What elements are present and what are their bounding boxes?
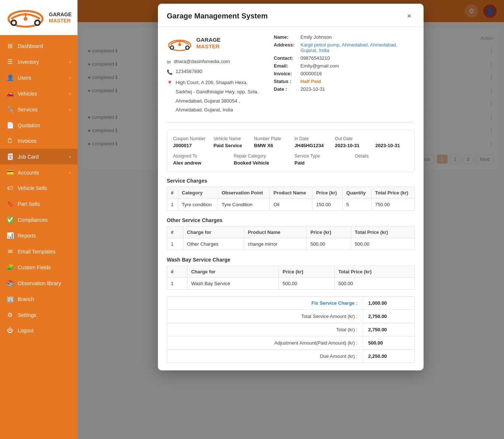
company-phone: 1234567890 — [176, 67, 202, 76]
other-charges-table: # Charge for Product Name Price (kr) Tot… — [167, 226, 415, 250]
other-charges-title: Other Service Charges — [167, 217, 415, 223]
summary-table: Fix Service Charge : 1,000.00 Total Serv… — [167, 296, 415, 363]
modal-body: GARAGE MASTER ✉ dhara@dasinfomedia.com 📞 — [158, 27, 424, 370]
services-icon: 🔧 — [7, 106, 13, 113]
total-row: Total (kr) : 2,750.00 — [167, 323, 415, 336]
sidebar-item-quotation[interactable]: 📄 Quotation — [0, 117, 77, 133]
sidebar-item-dashboard[interactable]: ⊞ Dashboard — [0, 38, 77, 54]
svg-point-9 — [171, 46, 173, 49]
modal-close-button[interactable]: × — [404, 10, 415, 21]
sidebar-item-label: Custom Fields — [18, 265, 51, 270]
sidebar-item-settings[interactable]: ⚙ Settings — [0, 307, 77, 323]
coupon-col: Coupon Number J000017 — [173, 136, 206, 148]
phone-icon: 📞 — [167, 68, 173, 77]
status-value: Half Paid — [300, 79, 415, 84]
sidebar-item-label: Settings — [18, 312, 37, 318]
other-charges-section: Other Service Charges # Charge for Produ… — [167, 217, 415, 250]
sidebar-item-vehicles[interactable]: 🚗 Vehicles › — [0, 86, 77, 101]
modal-overlay: Garage Management System × — [77, 0, 504, 439]
sidebar: GARAGE MASTER ⊞ Dashboard ☰ Inventory › … — [0, 0, 77, 439]
col-total-price: Total Price (kr) — [351, 227, 415, 238]
emailtemplates-icon: ✉ — [7, 248, 13, 255]
modal-dialog: Garage Management System × — [158, 4, 424, 370]
vehicle-name-col: Vehicle Name Paid Service — [214, 136, 247, 148]
modal-header: Garage Management System × — [158, 4, 424, 27]
service-charges-table: # Category Observation Point Product Nam… — [167, 187, 415, 211]
logout-icon: ⏻ — [7, 327, 13, 334]
sidebar-item-label: Job Card — [18, 154, 39, 160]
sidebar-item-reports[interactable]: 📊 Reports — [0, 228, 77, 243]
col-product: Product Name — [270, 187, 312, 199]
location-icon: 📍 — [167, 79, 173, 88]
address-value: Kargil petrol pump, Ahmedabad, Ahmedabad… — [300, 42, 415, 53]
details-col: Details — [355, 153, 409, 166]
sidebar-item-emailtemplates[interactable]: ✉ Email Templates — [0, 243, 77, 259]
jobcard-icon: 🃏 — [7, 153, 13, 160]
sidebar-item-branch[interactable]: 🏢 Branch — [0, 291, 77, 307]
customer-info-grid: Name: Emily Johnson Address: Kargil petr… — [274, 34, 415, 92]
address-label: Address: — [274, 42, 294, 53]
sidebar-item-label: Email Templates — [18, 249, 55, 255]
row-category: Tyre condition — [178, 199, 218, 211]
row-charge-for: Other Charges — [183, 238, 244, 250]
svg-point-11 — [186, 46, 189, 49]
partsells-icon: 🔖 — [7, 200, 13, 207]
coupon-label: Coupon Number — [173, 136, 206, 141]
sidebar-item-vehiclesells[interactable]: 🏷 Vehicle Sells — [0, 180, 77, 196]
washbay-charge-row: 1 Wash Bay Service 500.00 500.00 — [167, 278, 415, 290]
col-num: # — [167, 227, 183, 238]
settings-icon: ⚙ — [7, 311, 13, 318]
chevron-right-icon: › — [69, 75, 71, 80]
chevron-right-icon: › — [69, 170, 71, 175]
sidebar-item-label: Users — [18, 75, 31, 81]
sidebar-item-accounts[interactable]: 💳 Accounts › — [0, 165, 77, 180]
company-logo-icon — [167, 34, 193, 52]
sidebar-item-partsells[interactable]: 🔖 Part Sells — [0, 196, 77, 212]
sidebar-item-compliances[interactable]: ✅ Compliances — [0, 212, 77, 228]
row-total: 500.00 — [351, 238, 415, 250]
contact-label: Contact: — [274, 55, 294, 61]
total-label: Total (kr) : — [167, 323, 363, 336]
sidebar-item-label: Branch — [18, 296, 34, 302]
col-quantity: Quantity — [342, 187, 371, 199]
company-customer-section: GARAGE MASTER ✉ dhara@dasinfomedia.com 📞 — [167, 34, 415, 122]
service-charges-section: Service Charges # Category Observation P… — [167, 178, 415, 211]
sidebar-item-logout[interactable]: ⏻ Logout — [0, 323, 77, 338]
row-total: 750.00 — [371, 199, 415, 211]
sidebar-item-inventory[interactable]: ☰ Inventory › — [0, 54, 77, 70]
sidebar-item-label: Observation library — [18, 280, 61, 286]
col-price: Price (kr) — [312, 187, 342, 199]
service-charges-title: Service Charges — [167, 178, 415, 184]
row-num: 1 — [167, 278, 187, 290]
company-logo: GARAGE MASTER — [167, 34, 263, 52]
name-label: Name: — [274, 34, 294, 40]
adjustment-value: 500.00 — [363, 336, 415, 350]
out-date2-value: 2023-10-31 — [375, 143, 408, 148]
chevron-right-icon: › — [69, 107, 71, 112]
col-total-price: Total Price (kr) — [371, 187, 415, 199]
sidebar-logo: GARAGE MASTER — [0, 0, 77, 35]
email-icon: ✉ — [167, 58, 171, 67]
in-date-value: JH45HG1234 — [294, 143, 328, 148]
company-info: GARAGE MASTER ✉ dhara@dasinfomedia.com 📞 — [167, 34, 263, 115]
vehiclesells-icon: 🏷 — [7, 185, 13, 191]
vehicles-icon: 🚗 — [7, 90, 13, 97]
number-plate-label: Number Plate — [254, 136, 287, 141]
sidebar-item-users[interactable]: 👤 Users › — [0, 70, 77, 86]
logo-text: GARAGE MASTER — [49, 11, 72, 24]
fix-service-row: Fix Service Charge : 1,000.00 — [167, 297, 415, 310]
adjustment-label: Adjustment Amount(Paid Amount) (kr) : — [167, 336, 363, 350]
date-value: 2023-10-31 — [300, 86, 415, 92]
chevron-right-icon: › — [69, 59, 71, 65]
number-plate-value: BMW X6 — [254, 143, 287, 148]
sidebar-item-services[interactable]: 🔧 Services › — [0, 101, 77, 117]
details-label: Details — [355, 153, 409, 159]
sidebar-item-jobcard[interactable]: 🃏 Job Card › — [0, 149, 77, 165]
sidebar-item-customfields[interactable]: 🧩 Custom Fields — [0, 259, 77, 275]
sidebar-item-label: Reports — [18, 233, 36, 239]
col-num: # — [167, 266, 187, 278]
sidebar-item-observationlibrary[interactable]: 📚 Observation library — [0, 275, 77, 291]
sidebar-item-invoices[interactable]: 🗒 Invoices — [0, 133, 77, 149]
total-service-label: Total Service Amount (kr) : — [167, 310, 363, 323]
repair-label: Repair Category — [234, 153, 287, 159]
